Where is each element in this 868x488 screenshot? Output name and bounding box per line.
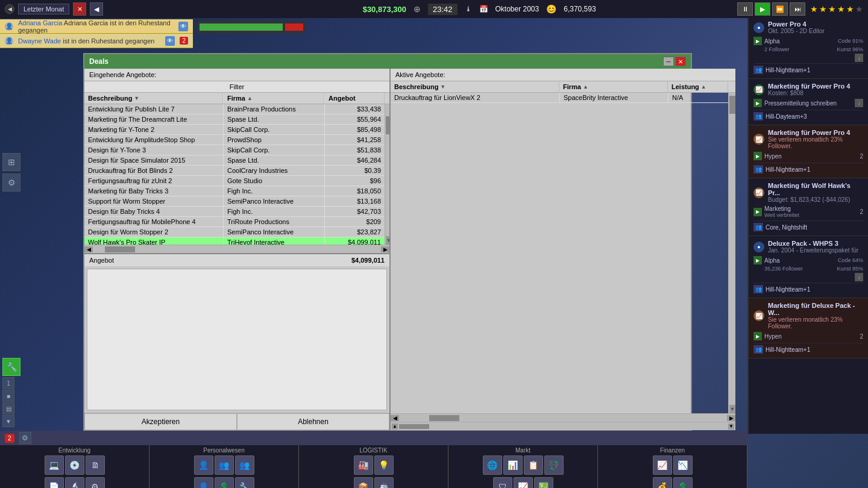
decline-button[interactable]: Ablehnen [237,413,389,430]
incoming-table: Entwicklung für Publish Lite 7 BrainPrar… [84,104,385,245]
wrench-icon[interactable]: 🔧 [2,358,20,376]
table-row[interactable]: Druckauftrag für Bot Blinds 2 CoolCrary … [84,166,385,176]
close-nav-button[interactable]: ✕ [73,2,86,16]
sidebar-item-header-1: ● Power Pro 4 Okt. 2005 - 2D Editor [753,19,863,36]
table-row[interactable]: Marketing für Y-Tone 2 SkipCall Corp. $8… [84,125,385,135]
right-panel: Aktive Angebote: Beschreibung ▼ Firma ▲ … [391,69,735,430]
markt-icon-4[interactable]: 💱 [544,455,564,475]
scroll-thumb-left[interactable] [386,116,389,134]
finanzen-icon-1[interactable]: 📈 [653,455,672,475]
cell-firm-4: SkipCall Corp. [223,145,324,155]
task-play-3[interactable]: ▶ [753,152,762,160]
task-play-1[interactable]: ▶ [753,37,762,45]
personal-icon-6[interactable]: 🔧 [235,477,254,488]
table-row[interactable]: Design für Space Simulator 2015 Spase Lt… [84,155,385,166]
entwicklung-icon-6[interactable]: ⚙ [86,477,105,488]
active-header: Aktive Angebote: [391,69,735,81]
markt-icon-7[interactable]: 💹 [534,477,553,488]
markt-icon-3[interactable]: 📋 [524,455,543,475]
logistik-icon-3[interactable]: 📦 [354,477,373,488]
layers-icon[interactable]: ⊞ [2,153,20,171]
accept-button[interactable]: Akzeptieren [84,413,237,430]
personal-icon-2[interactable]: 👥 [215,455,234,475]
task-play-6[interactable]: ▶ [753,332,762,340]
entwicklung-icon-3[interactable]: 🗎 [86,455,105,475]
right-col-desc[interactable]: Beschreibung ▼ [391,81,559,92]
incoming-table-scroll[interactable]: Entwicklung für Publish Lite 7 BrainPrar… [84,104,389,245]
scroll-indicator-left[interactable]: ▼ [385,104,389,245]
task-play-4[interactable]: ▶ [753,208,762,216]
expand-2[interactable]: ↓ [855,273,863,281]
task-sublabel-mkt: Weit verbreitet [764,212,857,218]
table-row[interactable]: Design für Y-Tone 3 SkipCall Corp. $51,8… [84,145,385,155]
scroll-thumb-right[interactable] [729,96,735,114]
active-table-scroll[interactable]: Druckauftrag für LionViewX 2 SpaceBrity … [391,93,735,413]
table-row[interactable]: Druckauftrag für LionViewX 2 SpaceBrity … [391,93,728,103]
table-row[interactable]: Entwicklung für AmplitudeStop Shop Prowd… [84,135,385,145]
task-play-5[interactable]: ▶ [753,256,762,264]
hscroll-right[interactable]: ◀ ▶ [391,413,735,422]
table-row[interactable]: Fertigungsauftrag für MobilePhone 4 TriR… [84,217,385,227]
logistik-icon-2[interactable]: 💡 [374,455,394,475]
sidebar-icon-3[interactable]: ▤ [2,402,14,414]
logistik-icon-1[interactable]: 🏭 [354,455,373,475]
hscroll-thumb-right[interactable] [429,415,459,421]
hscroll-thumb-left[interactable] [105,246,135,252]
finanzen-icon-3[interactable]: 💰 [653,477,672,488]
finanzen-icon-2[interactable]: 📉 [673,455,693,475]
right-col-leistung[interactable]: Leistung ▲ [668,81,728,92]
table-row[interactable]: Marketing für Baby Tricks 3 Figh Inc. $1… [84,186,385,196]
close-button[interactable]: ✕ [675,57,686,66]
fastest-button[interactable]: ⏭ [790,2,805,16]
expand-press[interactable]: ↓ [855,99,863,107]
table-row[interactable]: Wolf Hawk's Pro Skater IP TriHevof Inter… [84,237,385,245]
filter-row[interactable]: Filter [84,81,389,93]
finanzen-icon-4[interactable]: 💲 [673,477,693,488]
sidebar-icon-1[interactable]: 1 [2,377,14,389]
back-button[interactable]: ◀ [5,4,14,14]
col-header-firm[interactable]: Firma ▲ [223,93,324,104]
right-col-firm[interactable]: Firma ▲ [559,81,668,92]
task-row-hypen-2: ▶ Hypen 2 [753,331,863,342]
notification-link-1[interactable]: Adriana Garcia [18,19,62,27]
personal-icon-3[interactable]: 👥 [235,455,254,475]
table-row[interactable]: Marketing für The Dreamcraft Lite Spase … [84,114,385,125]
settings-icon[interactable]: ⚙ [2,174,20,192]
col-header-desc[interactable]: Beschreibung ▼ [84,93,223,104]
table-row[interactable]: Design für Worm Stopper 2 SemiPanco Inte… [84,227,385,237]
entwicklung-icon-4[interactable]: 📄 [45,477,64,488]
logistik-icon-4[interactable]: 🚢 [374,477,394,488]
entwicklung-icon-1[interactable]: 💻 [45,455,64,475]
prev-button[interactable]: ◀ [90,2,103,16]
notification-eye-2[interactable]: 👁 [165,36,175,46]
table-row[interactable]: Fertigungsauftrag für zUnit 2 Gote Studi… [84,176,385,186]
sidebar-icon-4[interactable]: ▼ [2,415,14,427]
scroll-indicator-right[interactable]: ▼ [728,93,735,413]
play-button[interactable]: ▶ [755,2,770,16]
sidebar-icon-2[interactable]: ■ [2,390,14,402]
personal-icon-1[interactable]: 👤 [194,455,213,475]
notification-eye-1[interactable]: 👁 [178,22,188,31]
minimize-button[interactable]: ─ [663,57,674,66]
personal-icon-5[interactable]: 💲 [215,477,234,488]
vscroll-right-bottom[interactable]: ▲ ▼ [391,422,735,430]
settings-toolbar-icon[interactable]: ⚙ [19,432,31,444]
markt-icon-5[interactable]: 🛡 [493,477,512,488]
expand-1[interactable]: ↓ [855,54,863,62]
table-row[interactable]: Entwicklung für Publish Lite 7 BrainPrar… [84,104,385,114]
fast-forward-button[interactable]: ⏩ [772,2,788,16]
notification-link-2[interactable]: Dwayne Wade [18,37,61,45]
notification-count-badge[interactable]: 2 [5,434,14,443]
entwicklung-icon-5[interactable]: 🔬 [65,477,84,488]
markt-icon-2[interactable]: 📊 [503,455,523,475]
entwicklung-icon-2[interactable]: 💿 [65,455,84,475]
task-play-2[interactable]: ▶ [753,99,762,107]
pause-button[interactable]: ⏸ [737,2,753,16]
markt-icon-1[interactable]: 🌐 [483,455,502,475]
col-header-offer[interactable]: Angebot [324,93,385,104]
markt-icon-6[interactable]: 📈 [514,477,533,488]
hscroll-left[interactable]: ◀ ▶ [84,245,389,253]
table-row[interactable]: Support für Worm Stopper SemiPanco Inter… [84,196,385,207]
personal-icon-4[interactable]: 👤 [194,477,213,488]
table-row[interactable]: Design für Baby Tricks 4 Figh Inc. $42,7… [84,207,385,217]
